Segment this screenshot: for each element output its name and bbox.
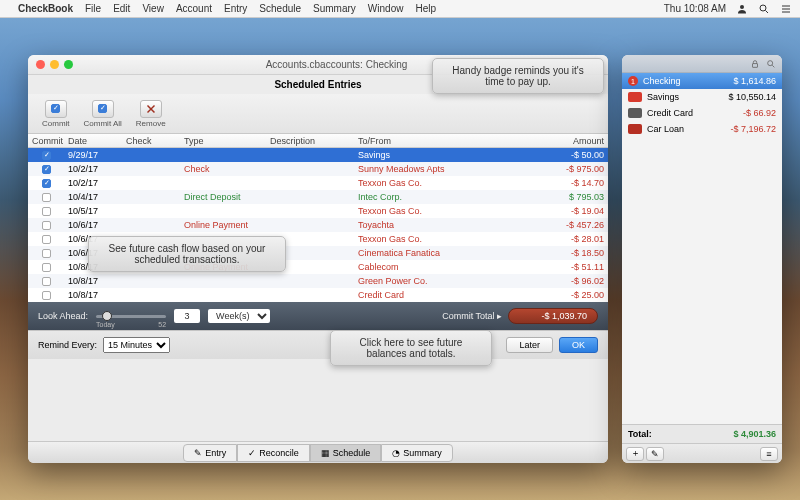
accounts-menu-button[interactable]: ≡ — [760, 447, 778, 461]
add-account-button[interactable]: ＋ — [626, 447, 644, 461]
menu-account[interactable]: Account — [176, 3, 212, 14]
account-row[interactable]: Credit Card-$ 66.92 — [622, 105, 782, 121]
lock-icon[interactable] — [750, 59, 760, 69]
cell-amount: -$ 19.04 — [536, 206, 608, 216]
commit-checkbox[interactable] — [42, 291, 51, 300]
cell-date: 10/5/17 — [64, 206, 122, 216]
commit-total-label[interactable]: Commit Total ▸ — [442, 311, 502, 321]
commit-checkbox[interactable] — [42, 221, 51, 230]
cell-date: 10/4/17 — [64, 192, 122, 202]
account-row[interactable]: Savings$ 10,550.14 — [622, 89, 782, 105]
account-name: Car Loan — [647, 124, 684, 134]
ok-button[interactable]: OK — [559, 337, 598, 353]
commit-checkbox[interactable] — [42, 249, 51, 258]
table-row[interactable]: 9/29/17Savings-$ 50.00 — [28, 148, 608, 162]
menu-summary[interactable]: Summary — [313, 3, 356, 14]
remove-label: Remove — [136, 119, 166, 128]
col-commit[interactable]: Commit — [28, 136, 64, 146]
remove-button[interactable]: Remove — [130, 98, 172, 130]
svg-point-1 — [760, 5, 766, 11]
chart-icon: ◔ — [392, 448, 400, 458]
table-row[interactable]: 10/4/17Direct DepositIntec Corp.$ 795.03 — [28, 190, 608, 204]
check-icon — [98, 104, 107, 113]
cell-type: Check — [180, 164, 266, 174]
commit-checkbox[interactable] — [42, 179, 51, 188]
menubar-clock[interactable]: Thu 10:08 AM — [664, 3, 726, 14]
alert-badge-icon: 1 — [628, 76, 638, 86]
commit-checkbox[interactable] — [42, 263, 51, 272]
remind-select[interactable]: 15 Minutes — [103, 337, 170, 353]
tab-reconcile[interactable]: ✓Reconcile — [237, 444, 310, 462]
total-label: Total: — [628, 429, 652, 439]
cell-tofrom: Credit Card — [354, 290, 536, 300]
col-amount[interactable]: Amount — [536, 136, 608, 146]
svg-rect-8 — [753, 63, 758, 67]
commit-checkbox[interactable] — [42, 193, 51, 202]
user-icon[interactable] — [736, 3, 748, 15]
table-row[interactable]: 10/8/17Credit Card-$ 25.00 — [28, 288, 608, 302]
window-close-button[interactable] — [36, 60, 45, 69]
later-button[interactable]: Later — [506, 337, 553, 353]
lookahead-value-input[interactable] — [174, 309, 200, 323]
commit-checkbox[interactable] — [42, 151, 51, 160]
list-icon[interactable] — [780, 3, 792, 15]
commit-checkbox[interactable] — [42, 165, 51, 174]
account-icon — [628, 108, 642, 118]
table-header: Commit Date Check Type Description To/Fr… — [28, 134, 608, 148]
table-row[interactable]: 10/2/17CheckSunny Meadows Apts-$ 975.00 — [28, 162, 608, 176]
cell-date: 10/2/17 — [64, 178, 122, 188]
account-icon — [628, 124, 642, 134]
cell-amount: -$ 975.00 — [536, 164, 608, 174]
col-description[interactable]: Description — [266, 136, 354, 146]
search-icon[interactable] — [758, 3, 770, 15]
col-check[interactable]: Check — [122, 136, 180, 146]
search-icon[interactable] — [766, 59, 776, 69]
table-row[interactable]: 10/5/17Texxon Gas Co.-$ 19.04 — [28, 204, 608, 218]
menu-help[interactable]: Help — [415, 3, 436, 14]
tab-entry[interactable]: ✎Entry — [183, 444, 237, 462]
commit-button[interactable]: Commit — [36, 98, 76, 130]
col-tofrom[interactable]: To/From — [354, 136, 536, 146]
slider-max-label: 52 — [158, 321, 166, 328]
account-row[interactable]: Car Loan-$ 7,196.72 — [622, 121, 782, 137]
account-name: Checking — [643, 76, 681, 86]
lookahead-unit-select[interactable]: Week(s) — [208, 309, 270, 323]
commit-checkbox[interactable] — [42, 277, 51, 286]
menu-schedule[interactable]: Schedule — [259, 3, 301, 14]
cell-tofrom: Toyachta — [354, 220, 536, 230]
menu-edit[interactable]: Edit — [113, 3, 130, 14]
accounts-list: 1Checking$ 1,614.86Savings$ 10,550.14Cre… — [622, 73, 782, 137]
table-row[interactable]: 10/8/17Green Power Co.-$ 96.02 — [28, 274, 608, 288]
window-minimize-button[interactable] — [50, 60, 59, 69]
tab-schedule[interactable]: ▦Schedule — [310, 444, 382, 462]
app-name[interactable]: CheckBook — [18, 3, 73, 14]
cell-tofrom: Texxon Gas Co. — [354, 178, 536, 188]
menu-view[interactable]: View — [142, 3, 164, 14]
cell-tofrom: Cablecom — [354, 262, 536, 272]
menu-window[interactable]: Window — [368, 3, 404, 14]
col-type[interactable]: Type — [180, 136, 266, 146]
cell-type: Online Payment — [180, 220, 266, 230]
cell-date: 10/8/17 — [64, 290, 122, 300]
account-row[interactable]: 1Checking$ 1,614.86 — [622, 73, 782, 89]
check-icon: ✓ — [248, 448, 256, 458]
table-row[interactable]: 10/2/17Texxon Gas Co.-$ 14.70 — [28, 176, 608, 190]
menu-file[interactable]: File — [85, 3, 101, 14]
commit-checkbox[interactable] — [42, 235, 51, 244]
table-row[interactable]: 10/6/17Online PaymentToyachta-$ 457.26 — [28, 218, 608, 232]
cell-amount: -$ 50.00 — [536, 150, 608, 160]
cell-tofrom: Cinematica Fanatica — [354, 248, 536, 258]
edit-account-button[interactable]: ✎ — [646, 447, 664, 461]
tab-summary[interactable]: ◔Summary — [381, 444, 453, 462]
commit-checkbox[interactable] — [42, 207, 51, 216]
window-zoom-button[interactable] — [64, 60, 73, 69]
commit-label: Commit — [42, 119, 70, 128]
account-name: Credit Card — [647, 108, 693, 118]
account-icon — [628, 92, 642, 102]
cell-tofrom: Texxon Gas Co. — [354, 234, 536, 244]
menu-entry[interactable]: Entry — [224, 3, 247, 14]
lookahead-slider[interactable]: Today 52 — [96, 315, 166, 318]
col-date[interactable]: Date — [64, 136, 122, 146]
accounts-header — [622, 55, 782, 73]
commit-all-button[interactable]: Commit All — [78, 98, 128, 130]
